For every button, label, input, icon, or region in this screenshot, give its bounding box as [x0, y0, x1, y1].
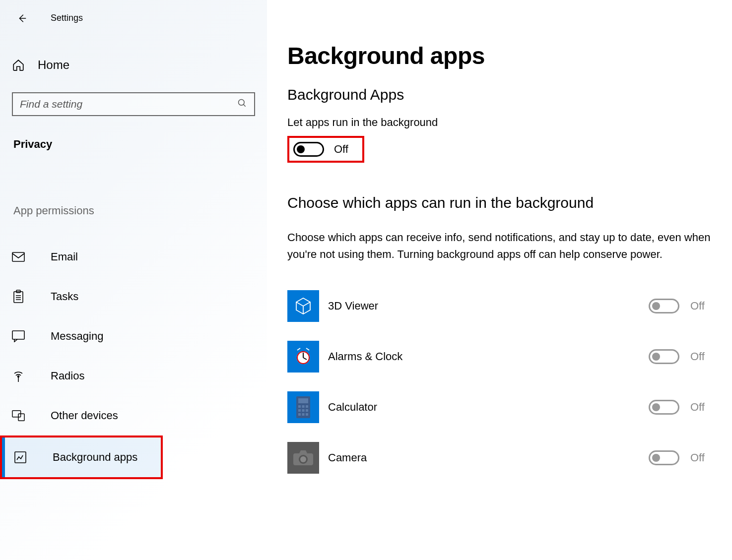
radios-icon [12, 370, 25, 382]
search-box[interactable] [12, 92, 255, 116]
setting-label: Let apps run in the background [287, 116, 732, 129]
nav-label: Messaging [51, 330, 103, 343]
sidebar: Settings Home Privacy App permissions Em… [0, 0, 267, 560]
main-content: Background apps Background Apps Let apps… [267, 0, 732, 560]
background-apps-icon [14, 451, 27, 464]
subsection-app-permissions: App permissions [0, 204, 267, 217]
svg-rect-16 [298, 409, 301, 412]
app-toggle-camera[interactable] [649, 450, 679, 465]
calculator-icon [287, 391, 319, 423]
sidebar-item-other-devices[interactable]: Other devices [0, 396, 267, 436]
app-row-calculator: Calculator Off [287, 382, 732, 433]
messaging-icon [12, 330, 25, 343]
nav-label: Background apps [53, 451, 137, 464]
app-toggle-calculator[interactable] [649, 400, 679, 415]
nav-label: Radios [51, 370, 84, 382]
svg-rect-2 [14, 292, 23, 303]
section-title-bg-apps: Background Apps [287, 86, 732, 103]
back-button[interactable] [12, 8, 32, 28]
svg-rect-14 [302, 405, 305, 408]
app-toggle-3d-viewer[interactable] [649, 299, 679, 313]
section-privacy: Privacy [0, 138, 267, 151]
app-name: Calculator [328, 401, 649, 414]
app-row-alarms-clock: Alarms & Clock Off [287, 331, 732, 382]
header: Settings [0, 0, 267, 28]
svg-rect-1 [12, 252, 24, 261]
svg-rect-17 [302, 409, 305, 412]
3d-viewer-icon [287, 290, 319, 322]
email-icon [12, 250, 25, 263]
sidebar-item-radios[interactable]: Radios [0, 356, 267, 396]
page-title: Background apps [287, 42, 732, 69]
svg-point-24 [300, 456, 306, 462]
svg-rect-4 [12, 331, 24, 339]
window-title: Settings [51, 13, 83, 23]
svg-point-0 [239, 100, 245, 106]
alarms-clock-icon [287, 341, 319, 373]
app-toggle-alarms-clock[interactable] [649, 349, 679, 364]
other-devices-icon [12, 409, 25, 422]
nav-label: Other devices [51, 409, 118, 422]
app-row-camera: Camera Off [287, 433, 732, 483]
home-label: Home [38, 58, 69, 72]
svg-rect-19 [298, 413, 301, 416]
app-name: 3D Viewer [328, 300, 649, 312]
sidebar-item-messaging[interactable]: Messaging [0, 316, 267, 356]
main-toggle-state: Off [334, 143, 348, 156]
app-name: Camera [328, 451, 649, 464]
search-input[interactable] [20, 98, 237, 110]
nav-label: Email [51, 250, 78, 263]
nav-list: Email Tasks Messaging Radios Other devic [0, 237, 267, 479]
svg-rect-18 [306, 409, 308, 412]
highlight-background-apps: Background apps [0, 436, 163, 479]
search-icon [237, 98, 247, 110]
sidebar-item-tasks[interactable]: Tasks [0, 277, 267, 316]
nav-label: Tasks [51, 290, 78, 303]
home-nav[interactable]: Home [0, 53, 267, 77]
main-toggle[interactable] [293, 142, 324, 157]
app-toggle-state: Off [690, 401, 705, 414]
svg-rect-20 [302, 413, 305, 416]
svg-rect-21 [306, 413, 308, 416]
tasks-icon [12, 290, 25, 303]
sidebar-item-email[interactable]: Email [0, 237, 267, 277]
svg-rect-13 [298, 405, 301, 408]
description: Choose which apps can receive info, send… [287, 229, 732, 263]
sidebar-item-background-apps[interactable]: Background apps [2, 437, 161, 477]
svg-point-5 [18, 376, 19, 377]
svg-rect-15 [306, 405, 308, 408]
camera-icon [287, 442, 319, 474]
section-title-choose: Choose which apps can run in the backgro… [287, 194, 732, 211]
svg-rect-8 [15, 452, 26, 463]
app-toggle-state: Off [690, 451, 705, 464]
highlight-main-toggle: Off [287, 136, 364, 163]
app-name: Alarms & Clock [328, 350, 649, 363]
svg-rect-12 [298, 398, 308, 403]
app-row-3d-viewer: 3D Viewer Off [287, 281, 732, 331]
app-toggle-state: Off [690, 350, 705, 363]
home-icon [12, 59, 25, 71]
app-toggle-state: Off [690, 300, 705, 312]
